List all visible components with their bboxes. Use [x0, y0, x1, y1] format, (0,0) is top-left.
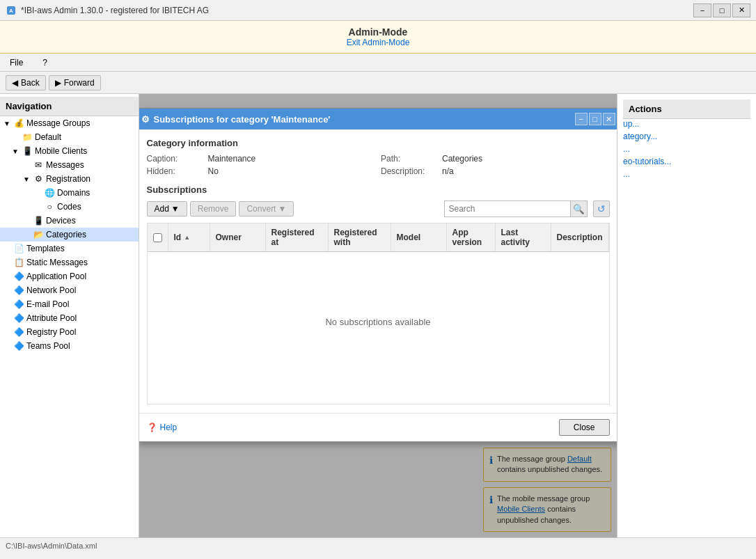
teams-pool-icon: 🔷: [13, 340, 24, 352]
sort-icon: ▲: [184, 234, 190, 241]
category-info: Caption: Maintenance Path: Categories Hi…: [147, 154, 610, 176]
help-label: Help: [160, 423, 178, 432]
sidebar-item-mobile-clients[interactable]: ▼ 📱 Mobile Clients: [0, 144, 139, 158]
forward-button[interactable]: ▶ Forward: [49, 75, 101, 90]
group-icon: 💰: [13, 118, 24, 129]
th-description[interactable]: Description: [551, 223, 609, 251]
subscriptions-dialog: ⚙ Subscriptions for category 'Maintenanc…: [139, 108, 617, 442]
modal-maximize-button[interactable]: □: [589, 113, 601, 125]
attribute-pool-icon: 🔷: [13, 313, 24, 324]
sidebar-item-codes[interactable]: ○ Codes: [0, 200, 139, 214]
close-button[interactable]: Close: [559, 419, 610, 436]
sidebar-item-label: Templates: [26, 244, 65, 253]
modal-controls: − □ ✕: [575, 113, 615, 125]
th-registered-at[interactable]: Registered at: [266, 223, 329, 251]
sidebar-item-static-messages[interactable]: 📋 Static Messages: [0, 255, 139, 269]
codes-icon: ○: [44, 201, 55, 212]
sidebar-item-label: Attribute Pool: [26, 313, 77, 323]
content-area: ⚙ Subscriptions for category 'Maintenanc…: [139, 94, 617, 537]
search-icon: 🔍: [573, 204, 585, 214]
hidden-label: Hidden:: [147, 166, 203, 176]
remove-label: Remove: [198, 204, 229, 214]
sidebar-item-label: Application Pool: [26, 271, 86, 281]
search-button[interactable]: 🔍: [570, 201, 587, 216]
sidebar-item-label: Registry Pool: [26, 327, 76, 337]
maximize-button[interactable]: □: [713, 3, 731, 17]
path-label: Path:: [381, 154, 436, 164]
th-model-label: Model: [397, 233, 421, 242]
sidebar-item-default[interactable]: 📁 Default: [0, 130, 139, 144]
sidebar-item-templates[interactable]: 📄 Templates: [0, 242, 139, 255]
th-owner[interactable]: Owner: [210, 223, 266, 251]
description-label: Description:: [381, 166, 436, 176]
exit-admin-mode-link[interactable]: Exit Admin-Mode: [347, 38, 410, 47]
th-registered-with[interactable]: Registered with: [329, 223, 391, 251]
modal-icon: ⚙: [141, 114, 150, 125]
path-value: Categories: [442, 154, 610, 164]
remove-button[interactable]: Remove: [190, 201, 237, 216]
convert-label: Convert: [246, 204, 276, 214]
sidebar-item-network-pool[interactable]: 🔷 Network Pool: [0, 283, 139, 297]
add-dropdown-arrow: ▼: [171, 204, 180, 214]
action-link-3[interactable]: ...: [623, 144, 750, 154]
menu-help[interactable]: ?: [38, 56, 52, 69]
app-pool-icon: 🔷: [13, 271, 24, 282]
title-bar-controls: − □ ✕: [693, 3, 750, 17]
refresh-button[interactable]: ↺: [593, 200, 610, 217]
minimize-button[interactable]: −: [693, 3, 711, 17]
table-header: Id ▲ Owner Registered at R: [148, 223, 609, 252]
add-label: Add: [155, 204, 169, 214]
th-owner-label: Owner: [216, 233, 242, 242]
expand-icon: ▼: [11, 148, 19, 155]
window-close-button[interactable]: ✕: [732, 3, 750, 17]
help-link[interactable]: ❓ Help: [147, 423, 178, 432]
expand-icon: ▼: [22, 175, 31, 183]
th-app-version-label: App version: [452, 228, 489, 247]
sidebar-item-attribute-pool[interactable]: 🔷 Attribute Pool: [0, 311, 139, 325]
menu-file[interactable]: File: [6, 56, 27, 69]
back-button[interactable]: ◀ Back: [6, 75, 46, 90]
sidebar-item-messages[interactable]: ✉ Messages: [0, 158, 139, 172]
sidebar-item-registration[interactable]: ▼ ⚙ Registration: [0, 172, 139, 186]
action-link-up[interactable]: up...: [623, 119, 750, 129]
sidebar-item-message-groups[interactable]: ▼ 💰 Message Groups: [0, 116, 139, 130]
add-button[interactable]: Add ▼: [147, 201, 187, 216]
select-all-checkbox[interactable]: [153, 233, 162, 242]
status-bar: C:\IBI-aws\Admin\Data.xml: [0, 537, 756, 553]
th-model[interactable]: Model: [391, 223, 447, 251]
modal-close-button[interactable]: ✕: [603, 113, 615, 125]
help-icon: ❓: [147, 423, 157, 432]
th-last-activity[interactable]: Last activity: [496, 223, 551, 251]
sidebar-item-label: Mobile Clients: [35, 146, 87, 156]
sidebar-item-teams-pool[interactable]: 🔷 Teams Pool: [0, 339, 139, 353]
modal-title-left: ⚙ Subscriptions for category 'Maintenanc…: [141, 114, 331, 125]
category-info-title: Category information: [147, 138, 610, 148]
sidebar-item-devices[interactable]: 📱 Devices: [0, 214, 139, 228]
sidebar-item-application-pool[interactable]: 🔷 Application Pool: [0, 269, 139, 283]
sidebar-item-registry-pool[interactable]: 🔷 Registry Pool: [0, 325, 139, 339]
static-messages-icon: 📋: [13, 257, 24, 268]
devices-icon: 📱: [33, 215, 44, 226]
th-registered-with-label: Registered with: [334, 228, 385, 247]
subscriptions-title: Subscriptions: [147, 184, 610, 195]
search-box: 🔍: [444, 200, 588, 217]
admin-banner: Admin-Mode Exit Admin-Mode: [0, 21, 756, 54]
convert-button[interactable]: Convert ▼: [239, 201, 294, 216]
modal-minimize-button[interactable]: −: [575, 113, 588, 125]
sidebar-item-label: Codes: [57, 202, 81, 212]
sidebar-item-domains[interactable]: 🌐 Domains: [0, 186, 139, 200]
th-id[interactable]: Id ▲: [168, 223, 210, 251]
modal-body: Category information Caption: Maintenanc…: [139, 129, 617, 413]
sidebar-item-email-pool[interactable]: 🔷 E-mail Pool: [0, 297, 139, 311]
menu-bar: File ?: [0, 54, 756, 72]
action-link-category[interactable]: ategory...: [623, 132, 750, 141]
th-app-version[interactable]: App version: [447, 223, 496, 251]
search-input[interactable]: [445, 203, 570, 215]
modal-overlay: ⚙ Subscriptions for category 'Maintenanc…: [139, 94, 617, 537]
sidebar-item-label: Registration: [46, 174, 90, 184]
actions-panel: Actions up... ategory... ... eo-tutorial…: [617, 94, 756, 537]
action-link-5[interactable]: ...: [623, 169, 750, 179]
email-pool-icon: 🔷: [13, 299, 24, 310]
sidebar-item-categories[interactable]: 📂 Categories: [0, 228, 139, 242]
action-link-tutorials[interactable]: eo-tutorials...: [623, 157, 750, 166]
